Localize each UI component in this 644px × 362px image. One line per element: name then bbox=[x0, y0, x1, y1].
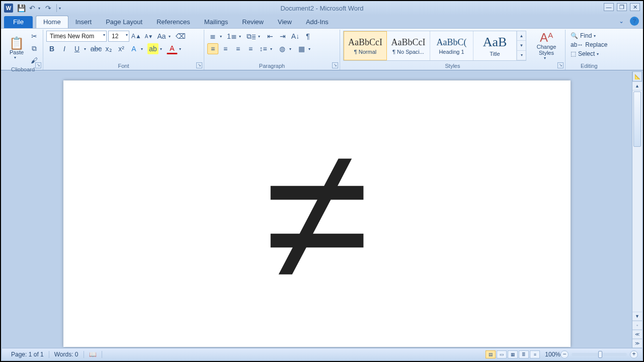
replace-button[interactable]: ab↔ Replace bbox=[569, 41, 609, 49]
copy-icon[interactable]: ⧉ bbox=[29, 43, 40, 54]
line-spacing-more[interactable]: ▾ bbox=[270, 47, 275, 51]
next-page-icon[interactable]: ≫ bbox=[632, 339, 642, 348]
align-right-icon[interactable]: ≡ bbox=[232, 43, 244, 54]
gallery-up-icon[interactable]: ▲ bbox=[517, 31, 526, 41]
zoom-slider[interactable] bbox=[572, 353, 627, 356]
bullets-icon[interactable]: ≣ bbox=[207, 31, 218, 42]
paste-more[interactable]: ▾ bbox=[14, 55, 19, 60]
scroll-down-icon[interactable]: ▼ bbox=[632, 312, 642, 321]
close-button[interactable]: ✕ bbox=[630, 3, 640, 11]
status-words[interactable]: Words: 0 bbox=[49, 351, 84, 358]
zoom-in-button[interactable]: + bbox=[630, 350, 638, 358]
help-icon[interactable]: ? bbox=[630, 17, 639, 26]
qat-undo-icon[interactable]: ↶ bbox=[27, 3, 37, 13]
browse-object-icon[interactable]: ◦ bbox=[632, 321, 642, 330]
tab-mailings[interactable]: Mailings bbox=[197, 16, 235, 28]
numbering-icon[interactable]: 1≣ bbox=[226, 31, 237, 42]
status-proofing-icon[interactable]: 📖 bbox=[84, 351, 102, 358]
borders-icon[interactable]: ▦ bbox=[296, 43, 307, 54]
change-case-more[interactable]: ▾ bbox=[169, 34, 174, 39]
text-effects-icon[interactable]: A bbox=[128, 43, 139, 54]
scroll-track[interactable] bbox=[632, 90, 642, 312]
paste-button[interactable]: 📋 Paste ▾ bbox=[6, 31, 27, 66]
styles-dialog-launcher[interactable]: ↘ bbox=[557, 62, 564, 68]
multilevel-more[interactable]: ▾ bbox=[258, 34, 263, 39]
strikethrough-button[interactable]: abc bbox=[91, 43, 102, 54]
zoom-out-button[interactable]: − bbox=[560, 350, 569, 358]
minimize-ribbon-icon[interactable]: ⌄ bbox=[617, 17, 626, 26]
shrink-font-icon[interactable]: A▼ bbox=[143, 31, 154, 42]
cut-icon[interactable]: ✂ bbox=[29, 31, 40, 42]
change-case-icon[interactable]: Aa bbox=[156, 31, 167, 42]
tab-review[interactable]: Review bbox=[235, 16, 271, 28]
shading-more[interactable]: ▾ bbox=[289, 47, 294, 51]
tab-file[interactable]: File bbox=[4, 16, 33, 28]
qat-save-icon[interactable]: 💾 bbox=[16, 3, 26, 13]
highlight-more[interactable]: ▾ bbox=[160, 47, 165, 51]
restore-button[interactable]: ❐ bbox=[617, 3, 627, 11]
justify-icon[interactable]: ≡ bbox=[245, 43, 256, 54]
subscript-button[interactable]: x₂ bbox=[103, 43, 114, 54]
clear-formatting-icon[interactable]: ⌫ bbox=[175, 31, 186, 42]
tab-page-layout[interactable]: Page Layout bbox=[99, 16, 149, 28]
superscript-button[interactable]: x² bbox=[116, 43, 127, 54]
view-web-layout-icon[interactable]: ▦ bbox=[508, 350, 518, 358]
show-marks-icon[interactable]: ¶ bbox=[302, 31, 313, 42]
underline-more[interactable]: ▾ bbox=[84, 47, 89, 51]
font-dialog-launcher[interactable]: ↘ bbox=[196, 62, 202, 68]
status-page[interactable]: Page: 1 of 1 bbox=[6, 351, 49, 358]
view-full-screen-icon[interactable]: ▭ bbox=[497, 350, 507, 358]
style-heading-1[interactable]: AaBbC( Heading 1 bbox=[430, 31, 473, 60]
line-spacing-icon[interactable]: ↕≡ bbox=[258, 43, 269, 54]
style-title[interactable]: AaB Title bbox=[473, 31, 517, 60]
tab-view[interactable]: View bbox=[271, 16, 299, 28]
qat-undo-more[interactable]: ▾ bbox=[38, 6, 43, 11]
document-page[interactable]: ≠ bbox=[63, 80, 571, 347]
italic-button[interactable]: I bbox=[59, 43, 70, 54]
change-styles-more[interactable]: ▾ bbox=[544, 56, 549, 60]
tab-home[interactable]: Home bbox=[36, 16, 68, 28]
zoom-level[interactable]: 100% bbox=[545, 351, 560, 358]
gallery-more-icon[interactable]: ▾ bbox=[517, 51, 526, 60]
font-color-icon[interactable]: A bbox=[167, 43, 178, 54]
scroll-up-icon[interactable]: ▲ bbox=[632, 81, 642, 90]
sort-icon[interactable]: A↓ bbox=[290, 31, 301, 42]
scroll-thumb[interactable] bbox=[633, 92, 641, 147]
font-color-more[interactable]: ▾ bbox=[179, 47, 184, 51]
prev-page-icon[interactable]: ≪ bbox=[632, 330, 642, 339]
find-button[interactable]: 🔍 Find ▾ bbox=[569, 32, 609, 40]
qat-customize[interactable]: ▾ bbox=[59, 6, 64, 11]
bold-button[interactable]: B bbox=[46, 43, 57, 54]
gallery-down-icon[interactable]: ▼ bbox=[517, 41, 526, 50]
view-outline-icon[interactable]: ≣ bbox=[519, 350, 529, 358]
tab-insert[interactable]: Insert bbox=[68, 16, 99, 28]
grow-font-icon[interactable]: A▲ bbox=[131, 31, 142, 42]
text-effects-more[interactable]: ▾ bbox=[141, 47, 146, 51]
select-more[interactable]: ▾ bbox=[597, 52, 602, 56]
align-center-icon[interactable]: ≡ bbox=[220, 43, 231, 54]
tab-add-ins[interactable]: Add-Ins bbox=[299, 16, 336, 28]
view-print-layout-icon[interactable]: ▤ bbox=[486, 350, 496, 358]
view-draft-icon[interactable]: ≡ bbox=[530, 350, 540, 358]
ruler-toggle-icon[interactable]: 📐 bbox=[632, 71, 642, 81]
bullets-more[interactable]: ▾ bbox=[220, 34, 225, 39]
zoom-slider-knob[interactable] bbox=[598, 351, 602, 358]
qat-redo-icon[interactable]: ↷ bbox=[43, 3, 53, 13]
underline-button[interactable]: U bbox=[71, 43, 83, 54]
font-name-combo[interactable]: Times New Rom ▾ bbox=[46, 31, 107, 42]
document-canvas[interactable]: ≠ bbox=[2, 71, 632, 348]
find-more[interactable]: ▾ bbox=[594, 34, 599, 38]
numbering-more[interactable]: ▾ bbox=[239, 34, 244, 39]
paragraph-dialog-launcher[interactable]: ↘ bbox=[332, 62, 338, 68]
align-left-icon[interactable]: ≡ bbox=[207, 43, 218, 54]
minimize-button[interactable]: — bbox=[604, 3, 614, 11]
multilevel-icon[interactable]: ⧉≣ bbox=[246, 31, 257, 42]
decrease-indent-icon[interactable]: ⇤ bbox=[265, 31, 276, 42]
select-button[interactable]: ⬚ Select ▾ bbox=[569, 50, 609, 58]
style-normal[interactable]: AaBbCcI ¶ Normal bbox=[344, 31, 387, 60]
style-no-spacing[interactable]: AaBbCcI ¶ No Spaci... bbox=[387, 31, 430, 60]
increase-indent-icon[interactable]: ⇥ bbox=[277, 31, 288, 42]
shading-icon[interactable]: ◍ bbox=[277, 43, 288, 54]
change-styles-button[interactable]: Aᴬ Change Styles ▾ bbox=[531, 31, 562, 61]
tab-references[interactable]: References bbox=[149, 16, 197, 28]
